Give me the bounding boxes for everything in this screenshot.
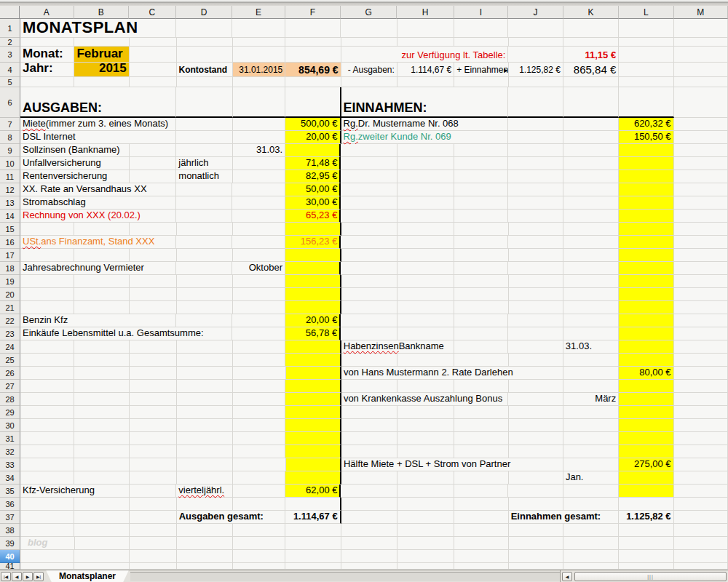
cell-B29[interactable] (74, 406, 129, 419)
cell-L19[interactable] (619, 275, 673, 288)
cell-H23[interactable] (397, 327, 454, 340)
cell-E41[interactable] (233, 563, 285, 570)
cell-B3[interactable]: Februar (74, 47, 129, 63)
cell-E16[interactable] (232, 236, 285, 249)
cell-J35[interactable] (508, 485, 563, 498)
row-header-22[interactable]: 22 (0, 314, 20, 327)
cell-I1[interactable] (454, 19, 508, 38)
sheet-tab-monatsplaner[interactable]: Monatsplaner (46, 570, 129, 582)
cell-G7[interactable]: Rg. Dr. Mustername Nr. 068 (341, 118, 509, 131)
cell-F9[interactable] (285, 144, 341, 157)
cell-K20[interactable] (563, 288, 619, 301)
cell-M39[interactable] (674, 537, 728, 550)
cell-A38[interactable] (20, 524, 74, 537)
cell-G28[interactable]: von Krankenkasse Auszahlung Bonus (341, 393, 509, 406)
col-header-L[interactable]: L (619, 6, 673, 19)
cell-C4[interactable] (130, 63, 177, 77)
cell-B32[interactable] (74, 445, 129, 458)
cell-I27[interactable] (454, 380, 508, 393)
cell-K30[interactable] (563, 419, 619, 432)
cell-L33[interactable]: 275,00 € (619, 458, 673, 471)
cell-M23[interactable] (674, 327, 728, 340)
cell-G3[interactable]: zur Verfügung lt. Tabelle: (341, 47, 509, 63)
cell-E32[interactable] (233, 445, 285, 458)
cell-I41[interactable] (454, 563, 508, 570)
cell-L31[interactable] (619, 432, 673, 445)
cell-M37[interactable] (674, 511, 728, 524)
cell-F4[interactable]: 854,69 € (285, 63, 341, 77)
cell-F35[interactable]: 62,00 € (285, 485, 341, 498)
cell-M2[interactable] (674, 38, 728, 47)
cell-E27[interactable] (233, 380, 285, 393)
cell-M1[interactable] (674, 19, 728, 38)
cell-D24[interactable] (177, 340, 233, 354)
cell-K1[interactable] (563, 19, 619, 38)
row-header-30[interactable]: 30 (0, 419, 20, 432)
cell-F19[interactable] (285, 275, 341, 288)
sheet-nav-prev-button[interactable]: ◀ (12, 572, 22, 581)
cell-D19[interactable] (177, 275, 233, 288)
cell-I38[interactable] (454, 524, 508, 537)
row-header-12[interactable]: 12 (0, 183, 20, 196)
cell-C39[interactable] (130, 537, 177, 550)
col-header-J[interactable]: J (508, 6, 563, 19)
cell-A2[interactable] (20, 38, 74, 47)
cell-L20[interactable] (619, 288, 673, 301)
cell-A34[interactable] (20, 471, 74, 485)
cell-A8[interactable]: DSL Internet (20, 131, 176, 144)
row-header-4[interactable]: 4 (0, 63, 20, 77)
cell-A13[interactable]: Stromabschlag (20, 196, 176, 210)
cell-D22[interactable] (176, 314, 232, 327)
cell-I37[interactable] (454, 511, 508, 524)
cell-L13[interactable] (619, 196, 673, 210)
cell-J40[interactable] (509, 550, 563, 563)
col-header-B[interactable]: B (74, 6, 129, 19)
cell-G12[interactable] (341, 183, 397, 196)
cell-G2[interactable] (341, 38, 397, 47)
cell-L36[interactable] (619, 498, 673, 511)
row-header-6[interactable]: 6 (0, 87, 20, 118)
cell-A39[interactable]: blog (20, 537, 75, 550)
cell-D37[interactable]: Ausgaben gesamt: (177, 511, 286, 524)
cell-B39[interactable] (75, 537, 130, 550)
row-header-38[interactable]: 38 (0, 524, 20, 537)
cell-D10[interactable]: jährlich (176, 157, 232, 170)
cell-A35[interactable]: Kfz-Versicherung (20, 485, 130, 498)
cell-D1[interactable] (176, 19, 232, 38)
cell-K15[interactable] (563, 223, 619, 236)
cell-J9[interactable] (508, 144, 563, 157)
cell-B2[interactable] (74, 38, 129, 47)
cell-J29[interactable] (509, 406, 563, 419)
cell-B19[interactable] (74, 275, 129, 288)
cell-K5[interactable] (563, 77, 619, 87)
cell-M16[interactable] (674, 236, 728, 249)
cell-F25[interactable] (285, 354, 341, 367)
cell-I16[interactable] (454, 236, 508, 249)
cell-K28[interactable]: März (563, 393, 619, 406)
cell-A16[interactable]: USt. ans Finanzamt, Stand XXX (20, 236, 176, 249)
col-header-K[interactable]: K (563, 6, 619, 19)
cell-K33[interactable] (563, 458, 619, 471)
cell-H37[interactable] (397, 511, 454, 524)
row-header-28[interactable]: 28 (0, 393, 20, 406)
cell-F14[interactable]: 65,23 € (285, 210, 341, 223)
cell-B5[interactable] (74, 77, 129, 87)
cell-I10[interactable] (454, 157, 508, 170)
cell-B24[interactable] (74, 340, 129, 354)
row-header-5[interactable]: 5 (0, 77, 20, 87)
cell-E30[interactable] (233, 419, 285, 432)
cell-D13[interactable] (176, 196, 232, 210)
cell-M31[interactable] (674, 432, 728, 445)
cell-E24[interactable] (233, 340, 285, 354)
cell-A27[interactable] (20, 380, 74, 393)
cell-C10[interactable] (130, 157, 177, 170)
cell-D18[interactable] (176, 262, 232, 275)
cell-M30[interactable] (674, 419, 728, 432)
cell-D25[interactable] (177, 354, 233, 367)
cell-B31[interactable] (74, 432, 129, 445)
cell-J19[interactable] (509, 275, 563, 288)
cell-D38[interactable] (177, 524, 233, 537)
cell-B20[interactable] (74, 288, 129, 301)
cell-H20[interactable] (397, 288, 454, 301)
cell-F20[interactable] (285, 288, 341, 301)
